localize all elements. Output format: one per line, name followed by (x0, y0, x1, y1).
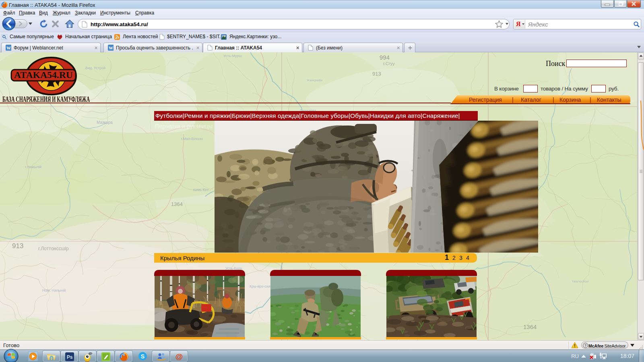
svg-text:ATAKA54.RU: ATAKA54.RU (14, 70, 73, 80)
svg-text:W: W (6, 45, 11, 50)
svg-text:@: @ (175, 352, 183, 361)
svg-text:Ps: Ps (67, 354, 73, 360)
svg-text:S: S (141, 353, 144, 360)
svg-text:W: W (109, 45, 113, 50)
svg-text:?: ? (584, 343, 587, 348)
